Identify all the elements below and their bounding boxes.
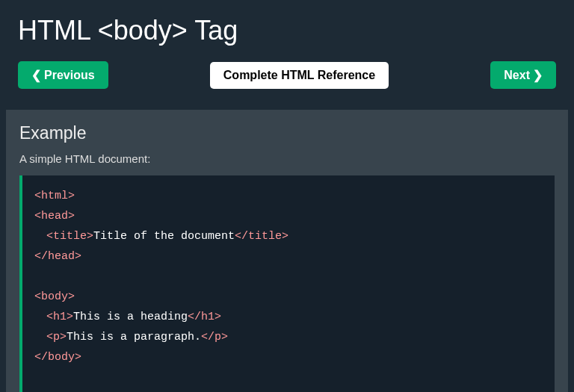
reference-label: Complete HTML Reference xyxy=(223,69,375,82)
code-p-close: </p> xyxy=(201,331,228,343)
nav-row: ❮ Previous Complete HTML Reference Next … xyxy=(0,52,574,110)
reference-button[interactable]: Complete HTML Reference xyxy=(210,62,389,89)
code-p-text: This is a paragraph. xyxy=(67,331,201,343)
example-description: A simple HTML document: xyxy=(19,152,555,165)
example-section: Example A simple HTML document: <html> <… xyxy=(6,110,568,392)
code-h1-text: This is a heading xyxy=(73,311,188,323)
code-h1-close: </h1> xyxy=(188,311,221,323)
code-block: <html> <head> <title>Title of the docume… xyxy=(19,175,555,392)
code-h1-open: <h1> xyxy=(46,311,73,323)
code-head-open: <head> xyxy=(34,210,75,223)
code-title-open: <title> xyxy=(46,230,93,243)
next-button[interactable]: Next ❯ xyxy=(490,61,556,89)
next-label: Next xyxy=(504,69,530,82)
code-body-close: </body> xyxy=(34,351,81,364)
example-heading: Example xyxy=(19,123,555,143)
page-title: HTML <body> Tag xyxy=(0,0,574,52)
code-title-text: Title of the document xyxy=(93,230,235,243)
code-title-close: </title> xyxy=(235,230,288,243)
previous-label: Previous xyxy=(44,69,95,82)
chevron-left-icon: ❮ xyxy=(31,68,41,82)
chevron-right-icon: ❯ xyxy=(533,68,543,82)
code-head-close: </head> xyxy=(34,250,81,263)
code-body-open: <body> xyxy=(34,290,75,303)
code-p-open: <p> xyxy=(46,331,67,343)
code-html-open: <html> xyxy=(34,190,75,202)
previous-button[interactable]: ❮ Previous xyxy=(18,61,108,89)
